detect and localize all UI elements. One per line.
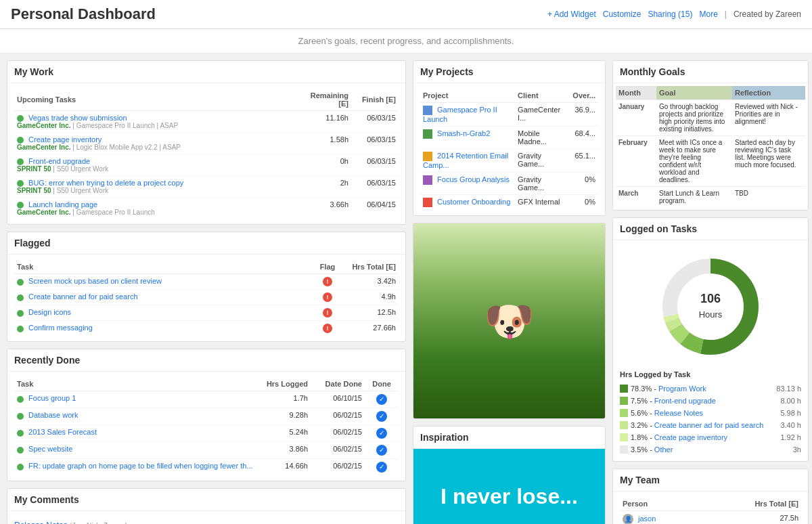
- flagged-title: Flagged: [7, 232, 405, 255]
- projects-table: Project Client Over... Gamespace Pro II …: [420, 89, 598, 210]
- hrs-pct: 1.8% - Create page inventory: [631, 433, 771, 441]
- table-row: March Start Lunch & Learn program. TBD: [616, 187, 805, 208]
- team-member-name: 👤 jason: [620, 511, 708, 525]
- member-hrs: 27.5h: [708, 511, 801, 525]
- my-comments-title: My Comments: [7, 489, 405, 511]
- team-col-hrs: Hrs Total [E]: [708, 497, 801, 511]
- task-link[interactable]: Launch landing page: [28, 200, 97, 209]
- monthly-goals-title: Monthly Goals: [613, 61, 808, 83]
- upcoming-tasks-table: Upcoming Tasks Remaining [E] Finish [E] …: [14, 89, 399, 219]
- right-column: Monthly Goals Month Goal Reflection Janu…: [612, 60, 809, 524]
- flagged-task-link[interactable]: Confirm messaging: [28, 324, 93, 332]
- hrs-value: 3h: [771, 445, 801, 454]
- goal-text: Go through backlog projects and prioriti…: [656, 100, 732, 136]
- my-team-title: My Team: [613, 469, 808, 492]
- goals-col-goal: Goal: [656, 86, 732, 100]
- sharing-button[interactable]: Sharing (15): [648, 9, 692, 19]
- rd-task-link[interactable]: FR: update graph on home page to be fill…: [28, 462, 252, 470]
- rd-task-link[interactable]: Spec website: [28, 445, 72, 453]
- hrs-bar-color: [620, 409, 628, 417]
- flagged-col-flag: Flag: [311, 260, 344, 274]
- hrs-task-link[interactable]: Front-end upgrade: [654, 397, 716, 405]
- project-name-cell: Customer Onboarding: [420, 195, 515, 211]
- add-widget-button[interactable]: + Add Widget: [547, 9, 596, 19]
- table-row: Create page inventory GameCenter Inc. | …: [14, 133, 399, 154]
- project-over: 65.1...: [570, 149, 598, 173]
- task-link[interactable]: Create page inventory: [28, 135, 102, 144]
- project-client: Gravity Game...: [515, 173, 570, 195]
- hrs-pct: 3.5% - Other: [631, 445, 771, 454]
- recently-done-widget: Recently Done Task Hrs Logged Date Done …: [7, 349, 406, 481]
- task-status-icon: [17, 413, 24, 420]
- project-link[interactable]: 2014 Retention Email Camp...: [423, 152, 508, 169]
- table-row: BUG: error when trying to delete a proje…: [14, 176, 399, 198]
- task-status-icon: [17, 464, 24, 471]
- rd-done-check: ✓: [365, 425, 399, 442]
- table-row: Database work 9.28h 06/02/15 ✓: [14, 408, 399, 425]
- flag-icon-cell: !: [311, 290, 344, 305]
- task-finish: 06/03/15: [351, 133, 399, 154]
- monthly-goals-widget: Monthly Goals Month Goal Reflection Janu…: [612, 60, 809, 211]
- table-row: Vegas trade show submission GameCenter I…: [14, 111, 399, 133]
- hrs-task-link[interactable]: Other: [654, 445, 673, 454]
- hrs-task-link[interactable]: Create banner ad for paid search: [654, 421, 763, 429]
- hrs-bar-color: [620, 445, 628, 454]
- goals-col-month: Month: [616, 86, 656, 100]
- project-link[interactable]: Customer Onboarding: [437, 198, 510, 206]
- project-name-cell: Smash-n-Grab2: [420, 127, 515, 149]
- my-comments-widget: My Comments Release Notes (Jen, Nick, Za…: [7, 488, 406, 524]
- project-link[interactable]: Gamespace Pro II Launch: [423, 106, 497, 123]
- table-row: Gamespace Pro II Launch GameCenter I... …: [420, 103, 598, 127]
- rd-task-link[interactable]: Database work: [28, 411, 78, 419]
- reflection-text: Started each day by reviewing IC's task …: [732, 136, 805, 187]
- project-link[interactable]: Focus Group Analysis: [437, 175, 510, 183]
- hours-value: 106: [700, 292, 721, 305]
- proj-col-project: Project: [420, 89, 515, 103]
- flag-icon: !: [323, 292, 332, 302]
- project-link[interactable]: Smash-n-Grab2: [437, 129, 490, 137]
- customize-button[interactable]: Customize: [603, 9, 641, 19]
- reflection-text: TBD: [732, 187, 805, 208]
- pug-photo: 🐶: [413, 223, 606, 419]
- flagged-task-link[interactable]: Design icons: [28, 308, 71, 316]
- task-remaining: 1.58h: [297, 133, 351, 154]
- hrs-bar-color: [620, 397, 628, 405]
- inspiration-image: I never lose...: [413, 449, 605, 524]
- rd-task-link[interactable]: 2013 Sales Forecast: [28, 428, 97, 436]
- task-status-icon: [17, 447, 24, 454]
- logged-tasks-title: Logged on Tasks: [613, 218, 808, 240]
- task-link[interactable]: Vegas trade show submission: [28, 114, 127, 122]
- more-button[interactable]: More: [699, 9, 717, 19]
- donut-container: 106 Hours: [620, 246, 801, 368]
- table-row: Create banner ad for paid search ! 4.9h: [14, 290, 399, 305]
- rd-done-check: ✓: [365, 459, 399, 476]
- goal-month: February: [616, 136, 656, 187]
- rd-hrs-logged: 5.24h: [256, 425, 311, 442]
- rd-done-check: ✓: [365, 442, 399, 459]
- logged-tasks-widget: Logged on Tasks: [612, 217, 809, 462]
- project-folder-icon: [423, 175, 432, 185]
- comment-task-link[interactable]: Release Notes: [14, 521, 68, 524]
- task-link[interactable]: Front-end upgrade: [28, 157, 90, 165]
- rd-task-name: Focus group 1: [14, 391, 256, 408]
- table-row: Design icons ! 12.5h: [14, 305, 399, 321]
- table-row: Front-end upgrade SPRINT 50 | S50 Urgent…: [14, 154, 399, 176]
- rd-task-link[interactable]: Focus group 1: [28, 394, 76, 402]
- flagged-task-name: Screen mock ups based on client review: [14, 274, 311, 290]
- proj-col-over: Over...: [570, 89, 598, 103]
- hrs-pct: 7.5% - Front-end upgrade: [631, 397, 771, 405]
- rd-task-name: 2013 Sales Forecast: [14, 425, 256, 442]
- flagged-task-link[interactable]: Create banner ad for paid search: [28, 292, 137, 301]
- middle-column: My Projects Project Client Over... Games…: [413, 60, 606, 524]
- task-link[interactable]: BUG: error when trying to delete a proje…: [28, 179, 183, 187]
- hrs-bar-color: [620, 421, 628, 429]
- hrs-task-link[interactable]: Program Work: [658, 385, 706, 393]
- member-link[interactable]: jason: [638, 515, 656, 523]
- hrs-task-link[interactable]: Create page inventory: [654, 433, 727, 441]
- task-status-icon: [17, 310, 24, 317]
- task-remaining: 11.16h: [297, 111, 351, 133]
- flagged-task-link[interactable]: Screen mock ups based on client review: [28, 277, 162, 285]
- task-sub: GameCenter Inc. | Gamespace Pro II Launc…: [17, 209, 294, 216]
- hrs-task-link[interactable]: Release Notes: [654, 409, 703, 417]
- hrs-value: 1.92 h: [771, 433, 801, 441]
